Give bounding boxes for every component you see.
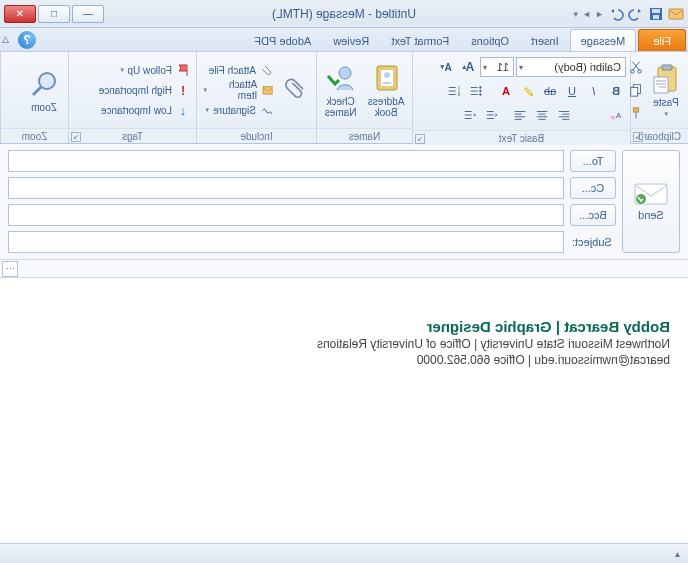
- indent-icon[interactable]: [460, 105, 480, 125]
- cc-button[interactable]: Cc...: [570, 177, 616, 199]
- qat-next-icon[interactable]: ►: [582, 9, 591, 19]
- paste-label: Paste: [653, 97, 679, 108]
- italic-icon[interactable]: I: [584, 81, 604, 101]
- tab-insert[interactable]: Insert: [520, 29, 570, 51]
- send-label: Send: [638, 209, 664, 221]
- underline-icon[interactable]: U: [562, 81, 582, 101]
- svg-point-26: [39, 73, 55, 89]
- paste-button[interactable]: Paste ▾: [646, 54, 686, 126]
- align-right-icon[interactable]: [510, 105, 530, 125]
- bcc-button[interactable]: Bcc...: [570, 204, 616, 226]
- group-tags-label: Tags↘: [69, 128, 196, 143]
- follow-up-button[interactable]: Follow Up▾: [71, 60, 194, 80]
- group-include-label: Include: [197, 128, 316, 143]
- bcc-field[interactable]: [8, 204, 564, 226]
- highlight-icon[interactable]: [518, 81, 538, 101]
- to-field[interactable]: [8, 150, 564, 172]
- minimize-ribbon-icon[interactable]: △: [2, 34, 9, 44]
- svg-rect-10: [631, 87, 638, 96]
- high-importance-button[interactable]: ! High Importance: [71, 80, 194, 100]
- outdent-icon[interactable]: [482, 105, 502, 125]
- group-tags: Follow Up▾ ! High Importance ↓ Low Impor…: [68, 52, 196, 143]
- svg-rect-2: [652, 9, 660, 13]
- save-icon[interactable]: [648, 6, 664, 22]
- dialog-launcher-icon[interactable]: ↘: [633, 132, 643, 142]
- numbering-icon[interactable]: 123: [444, 81, 464, 101]
- align-center-icon[interactable]: [532, 105, 552, 125]
- svg-text:A: A: [615, 111, 621, 120]
- grow-font-icon[interactable]: A▴: [458, 57, 478, 77]
- strike-icon[interactable]: ab: [540, 81, 560, 101]
- svg-rect-25: [263, 86, 272, 93]
- low-importance-button[interactable]: ↓ Low Importance: [71, 100, 194, 120]
- shrink-font-icon[interactable]: A▾: [436, 57, 456, 77]
- tab-review[interactable]: Review: [322, 29, 380, 51]
- svg-point-28: [636, 194, 646, 204]
- message-header: Send To... Cc... Bcc... Subject:: [0, 144, 688, 260]
- signature-icon: [260, 103, 274, 117]
- check-names-button[interactable]: Check Names: [319, 54, 362, 126]
- qat-customize-icon[interactable]: ▾: [573, 9, 578, 19]
- dialog-launcher-icon[interactable]: ↘: [415, 134, 425, 144]
- minimize-button[interactable]: —: [72, 5, 104, 23]
- file-tab[interactable]: File: [638, 29, 686, 51]
- help-button[interactable]: ?: [18, 31, 36, 49]
- low-importance-icon: ↓: [176, 103, 190, 117]
- send-button[interactable]: Send: [622, 150, 680, 253]
- maximize-button[interactable]: □: [38, 5, 70, 23]
- tab-message[interactable]: Message: [570, 29, 637, 51]
- dialog-launcher-icon[interactable]: ↘: [71, 132, 81, 142]
- attach-file-button[interactable]: Attach File: [199, 60, 278, 80]
- subject-field[interactable]: [8, 231, 564, 253]
- address-book-button[interactable]: Address Book: [362, 54, 410, 126]
- ribbon-tabs: File Message Insert Options Format Text …: [0, 28, 688, 52]
- group-names: Address Book Check Names Names: [316, 52, 412, 143]
- tab-options[interactable]: Options: [460, 29, 520, 51]
- flag-icon: [176, 63, 190, 77]
- svg-point-24: [339, 67, 351, 79]
- bullets-icon[interactable]: [466, 81, 486, 101]
- signature-button[interactable]: Signature▾: [199, 100, 278, 120]
- undo-icon[interactable]: [628, 6, 644, 22]
- statusbar-chevron-icon[interactable]: ▴: [675, 548, 680, 559]
- close-button[interactable]: ✕: [4, 5, 36, 23]
- ruler-toggle-icon[interactable]: ⋯: [2, 261, 18, 277]
- signature-line-2: Northwest Missouri State University | Of…: [18, 337, 670, 351]
- font-size-selector[interactable]: 11▾: [480, 57, 514, 77]
- group-zoom: Zoom Zoom: [0, 52, 68, 143]
- tab-adobe-pdf[interactable]: Adobe PDF: [243, 29, 322, 51]
- zoom-label: Zoom: [31, 102, 57, 113]
- svg-point-15: [479, 93, 481, 95]
- svg-point-14: [479, 90, 481, 92]
- window-buttons: — □ ✕: [4, 5, 104, 23]
- attach-item-button[interactable]: Attach Item▾: [199, 80, 278, 100]
- svg-rect-20: [611, 116, 615, 120]
- svg-rect-6: [654, 77, 668, 93]
- check-names-label: Check Names: [325, 96, 357, 118]
- group-clipboard-label: Clipboard↘: [631, 128, 688, 143]
- redo-icon[interactable]: [608, 6, 624, 22]
- svg-rect-3: [653, 15, 659, 19]
- group-basic-text: Calibri (Body)▾ 11▾ A▴ A▾ B I U ab A 123…: [412, 52, 630, 143]
- qat-prev-icon[interactable]: ◄: [595, 9, 604, 19]
- tab-format-text[interactable]: Format Text: [380, 29, 460, 51]
- font-selector[interactable]: Calibri (Body)▾: [516, 57, 626, 77]
- message-editor[interactable]: Bobby Bearcat | Graphic Designer Northwe…: [0, 278, 688, 377]
- svg-point-23: [384, 72, 390, 78]
- quick-access-toolbar: ◄ ► ▾: [573, 6, 684, 22]
- paperclip-icon: [282, 76, 310, 104]
- group-zoom-label: Zoom: [1, 128, 68, 143]
- group-names-label: Names: [317, 128, 412, 143]
- align-left-icon[interactable]: [554, 105, 574, 125]
- group-include: Attach File Attach Item▾ Signature▾ Incl…: [196, 52, 316, 143]
- group-clipboard: Paste ▾ Clipboard↘: [630, 52, 688, 143]
- font-color-icon[interactable]: A: [496, 81, 516, 101]
- cc-field[interactable]: [8, 177, 564, 199]
- svg-rect-12: [635, 112, 637, 118]
- high-importance-icon: !: [176, 83, 190, 97]
- title-bar: ◄ ► ▾ Untitled - Message (HTML) — □ ✕: [0, 0, 688, 28]
- clear-formatting-icon[interactable]: A: [606, 105, 626, 125]
- zoom-button[interactable]: Zoom: [22, 54, 66, 126]
- bold-icon[interactable]: B: [606, 81, 626, 101]
- to-button[interactable]: To...: [570, 150, 616, 172]
